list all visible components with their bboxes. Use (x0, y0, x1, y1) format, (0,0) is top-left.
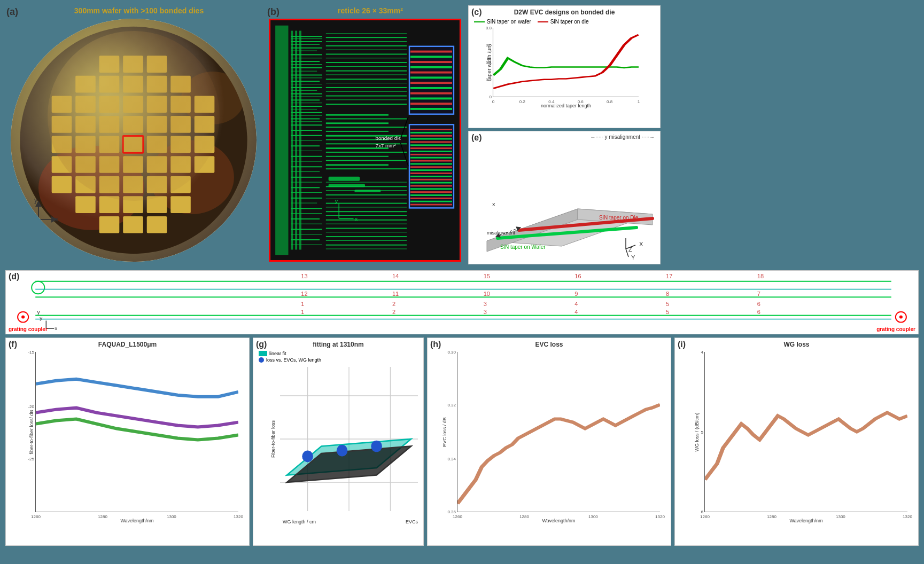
svg-rect-119 (326, 41, 407, 42)
svg-rect-131 (326, 91, 407, 92)
panel-h-label: (h) (430, 340, 441, 349)
chart-h-xlabel: Wavelength/nm (542, 518, 575, 523)
svg-rect-41 (52, 176, 72, 193)
chart-g-xlabel-evc: EVCs (406, 519, 418, 524)
svg-text:4: 4 (574, 301, 578, 307)
svg-rect-132 (326, 96, 407, 97)
svg-rect-112 (291, 224, 322, 224)
panel-i: (i) WG loss WG loss / (dB/cm) Wavelength… (674, 338, 919, 546)
svg-rect-126 (326, 70, 407, 72)
svg-rect-171 (410, 72, 452, 74)
panel-g-title: fitting at 1310nm (253, 338, 423, 349)
h-xtick-1320: 1320 (655, 514, 665, 519)
chart-c-svg (493, 28, 639, 97)
svg-rect-159 (326, 224, 407, 224)
svg-rect-178 (410, 108, 452, 110)
svg-rect-196 (410, 179, 452, 181)
svg-rect-89 (291, 112, 322, 113)
xtick-c-08: 0.8 (607, 99, 612, 104)
svg-rect-123 (326, 58, 407, 58)
legend-g-linear: linear fit (259, 351, 418, 356)
svg-rect-37 (123, 156, 143, 173)
svg-rect-50 (147, 196, 167, 213)
svg-rect-146 (326, 160, 407, 161)
panel-c-label: (c) (471, 7, 482, 17)
svg-rect-148 (326, 168, 407, 169)
h-xtick-1260: 1260 (453, 514, 462, 519)
panel-g-legend: linear fit loss vs. EVCs, WG length (253, 349, 423, 364)
f-ytick-15: -15 (28, 350, 36, 355)
svg-rect-66 (291, 38, 322, 39)
svg-rect-35 (75, 156, 96, 173)
svg-rect-215 (354, 190, 381, 192)
svg-rect-61 (275, 26, 288, 255)
i-xtick-1260: 1260 (700, 514, 710, 519)
svg-rect-49 (123, 196, 143, 213)
legend-item-red: SiN taper on die (538, 19, 589, 25)
svg-rect-174 (410, 87, 452, 89)
svg-text:Y: Y (631, 254, 635, 261)
svg-rect-164 (326, 245, 407, 246)
svg-rect-88 (291, 109, 317, 109)
panel-f: (f) FAQUAD_L1500μm fiber-to-fiber loss/ … (5, 338, 250, 546)
svg-rect-8 (75, 76, 96, 93)
ytick-02: 0.2 (486, 77, 493, 82)
svg-rect-145 (326, 156, 389, 157)
svg-rect-95 (291, 135, 322, 136)
svg-rect-33 (195, 136, 215, 153)
legend-label-green: SiN taper on wafer (487, 19, 531, 25)
svg-text:6: 6 (757, 309, 760, 315)
svg-rect-38 (147, 156, 167, 173)
svg-text:y: y (40, 316, 42, 322)
svg-rect-200 (410, 191, 452, 193)
reticle-svg: bonded die 7x7 mm² y x (270, 20, 460, 260)
chart-g-ylabel: Fiber-to-fiber loss (270, 420, 276, 458)
reticle-outer: bonded die 7x7 mm² y x (269, 19, 461, 262)
panel-b-label: (b) (267, 6, 279, 18)
svg-text:2: 2 (392, 309, 395, 315)
legend-g-dots: loss vs. EVCs, WG length (259, 357, 418, 363)
legend-label-red: SiN taper on die (550, 19, 589, 25)
svg-rect-116 (291, 245, 322, 245)
svg-rect-152 (326, 194, 407, 195)
panel-c-title: D2W EVC designs on bonded die (469, 6, 660, 17)
svg-rect-25 (170, 116, 191, 133)
svg-rect-175 (410, 92, 452, 95)
svg-rect-48 (99, 196, 120, 213)
svg-rect-9 (99, 76, 120, 93)
svg-text:6: 6 (757, 301, 760, 307)
svg-rect-14 (75, 96, 96, 113)
svg-rect-6 (123, 56, 143, 73)
svg-rect-12 (170, 76, 191, 93)
svg-rect-98 (291, 151, 322, 151)
svg-text:SiN taper on Die: SiN taper on Die (599, 215, 639, 221)
svg-text:4: 4 (574, 309, 578, 315)
svg-text:3: 3 (484, 309, 487, 315)
chart-f: fiber-to-fiber loss/ dB Wavelength/nm -1… (35, 352, 238, 512)
svg-rect-77 (291, 75, 322, 76)
h-ytick-034: 0.34 (447, 457, 457, 461)
svg-rect-85 (291, 99, 320, 100)
svg-text:18: 18 (757, 273, 764, 279)
svg-rect-20 (52, 116, 72, 133)
svg-rect-28 (75, 136, 96, 153)
svg-rect-78 (291, 77, 322, 78)
svg-rect-190 (410, 160, 452, 162)
svg-rect-169 (410, 61, 452, 63)
svg-rect-86 (291, 103, 322, 103)
svg-rect-110 (291, 213, 322, 214)
i-xtick-1320: 1320 (903, 514, 912, 519)
svg-rect-203 (410, 201, 452, 202)
svg-text:y: y (335, 197, 338, 204)
svg-rect-52 (99, 216, 120, 233)
grating-coupler-right-label: grating coupler (876, 326, 915, 333)
svg-rect-181 (410, 132, 452, 134)
svg-text:X: X (639, 241, 643, 247)
svg-rect-180 (410, 129, 452, 130)
svg-rect-101 (291, 166, 322, 167)
svg-rect-43 (99, 176, 120, 193)
svg-rect-155 (326, 207, 407, 207)
svg-rect-118 (326, 37, 407, 38)
svg-rect-189 (410, 157, 452, 159)
svg-rect-75 (291, 67, 322, 68)
